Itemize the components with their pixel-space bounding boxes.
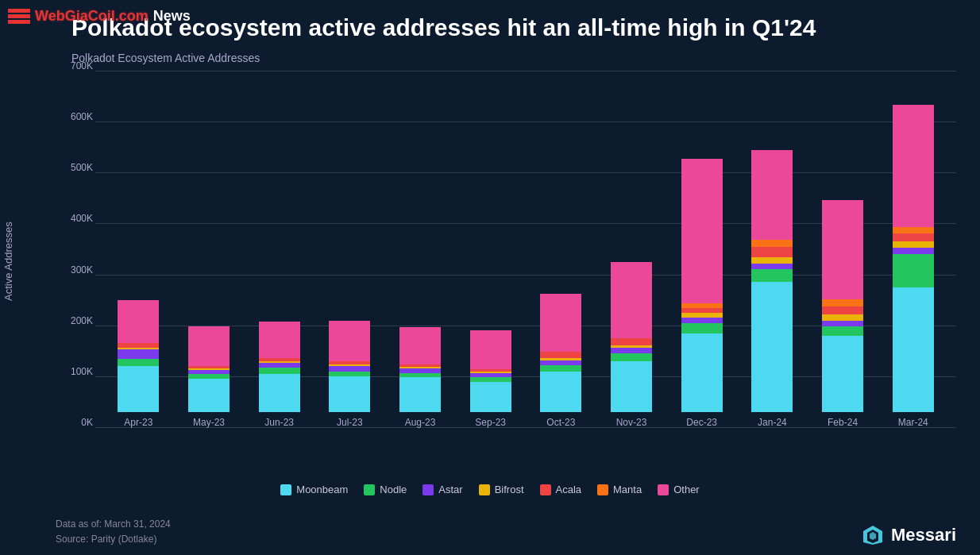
legend-item-nodle: Nodle xyxy=(364,484,407,495)
y-axis-tick: 300K xyxy=(57,264,93,276)
legend-label-other: Other xyxy=(673,484,700,495)
bar-segment-nodle xyxy=(118,359,159,367)
bar-group: Nov-23 xyxy=(596,71,667,428)
bar-group: Aug-23 xyxy=(385,71,456,428)
bars-area: Apr-23May-23Jun-23Jul-23Aug-23Sep-23Oct-… xyxy=(95,71,956,428)
legend-item-moonbeam: Moonbeam xyxy=(280,484,348,495)
x-axis-label: Aug-23 xyxy=(405,417,436,428)
watermark-text-red: WebGiaCoil.com xyxy=(35,8,149,25)
bar-segment-moonbeam xyxy=(329,376,370,412)
bar-segment-other xyxy=(188,326,230,365)
bar-segment-acala xyxy=(893,233,934,241)
x-axis-label: Jul-23 xyxy=(337,417,363,428)
bar-segment-moonbeam xyxy=(681,333,723,412)
y-axis-tick: 200K xyxy=(57,315,93,326)
bar-stack xyxy=(118,300,159,412)
legend-item-astar: Astar xyxy=(422,484,462,495)
legend-item-bifrost: Bifrost xyxy=(479,484,524,495)
chart-container: 0K100K200K300K400K500K600K700K Apr-23May… xyxy=(56,71,956,452)
bar-segment-other xyxy=(259,322,300,358)
bar-segment-astar xyxy=(822,321,863,327)
bar-segment-other xyxy=(399,327,441,364)
bar-segment-acala xyxy=(822,306,863,314)
bar-segment-moonbeam xyxy=(893,287,934,412)
messari-icon xyxy=(861,523,885,547)
bar-stack xyxy=(259,322,300,412)
bar-segment-nodle xyxy=(893,254,934,287)
x-axis-label: Feb-24 xyxy=(828,417,858,428)
bar-segment-other xyxy=(470,330,511,369)
bar-group: Dec-23 xyxy=(666,71,737,428)
legend-color-manta xyxy=(597,484,608,495)
bar-stack xyxy=(188,326,230,412)
bar-segment-other xyxy=(118,300,159,344)
footer: Data as of: March 31, 2024 Source: Parit… xyxy=(56,517,171,547)
bar-segment-moonbeam xyxy=(188,379,230,412)
bar-group: May-23 xyxy=(174,71,245,428)
bar-segment-moonbeam xyxy=(822,336,863,412)
bar-stack xyxy=(611,262,652,412)
x-axis-label: May-23 xyxy=(193,417,225,428)
bar-segment-bifrost xyxy=(893,241,934,248)
bar-stack xyxy=(399,327,441,412)
bar-stack xyxy=(822,200,863,412)
bar-stack xyxy=(751,150,793,412)
bar-segment-moonbeam xyxy=(751,282,793,412)
x-axis-label: Dec-23 xyxy=(686,417,717,428)
watermark-text-white: News xyxy=(153,8,191,25)
x-axis-label: Mar-24 xyxy=(898,417,928,428)
legend-color-acala xyxy=(540,484,551,495)
bar-segment-other xyxy=(893,105,934,227)
bar-segment-nodle xyxy=(822,326,863,336)
footer-line1: Data as of: March 31, 2024 xyxy=(56,517,171,532)
bar-stack xyxy=(893,105,934,412)
legend-color-other xyxy=(658,484,669,495)
bar-group: Feb-24 xyxy=(808,71,878,428)
legend-label-astar: Astar xyxy=(438,484,462,495)
bar-group: Jul-23 xyxy=(314,71,385,428)
bar-segment-moonbeam xyxy=(118,366,159,412)
messari-logo: Messari xyxy=(861,523,956,547)
legend-item-manta: Manta xyxy=(597,484,642,495)
bar-segment-nodle xyxy=(259,368,300,374)
x-axis-label: Oct-23 xyxy=(546,417,575,428)
bar-group: Jan-24 xyxy=(737,71,808,428)
bar-group: Mar-24 xyxy=(878,71,948,428)
bar-segment-other xyxy=(751,150,793,239)
bar-segment-moonbeam xyxy=(611,361,652,412)
x-axis-label: Sep-23 xyxy=(475,417,506,428)
legend-color-astar xyxy=(422,484,434,495)
x-axis-label: Jan-24 xyxy=(758,417,787,428)
watermark: WebGiaCoil.com News xyxy=(8,8,191,25)
y-axis-tick: 700K xyxy=(57,60,93,71)
footer-line2: Source: Parity (Dotlake) xyxy=(56,532,171,547)
legend-color-nodle xyxy=(364,484,375,495)
legend-item-acala: Acala xyxy=(540,484,582,495)
bar-segment-other xyxy=(540,294,581,353)
bar-segment-other xyxy=(822,200,863,299)
legend-label-bifrost: Bifrost xyxy=(495,484,524,495)
bar-stack xyxy=(329,321,370,412)
y-axis-tick: 400K xyxy=(57,213,93,224)
watermark-logo-icon xyxy=(8,9,30,24)
bar-stack xyxy=(470,330,511,412)
bar-stack xyxy=(540,294,581,412)
x-axis-label: Jun-23 xyxy=(264,417,294,428)
bar-stack xyxy=(681,159,723,412)
bar-segment-bifrost xyxy=(751,257,793,264)
bar-segment-manta xyxy=(893,227,934,233)
legend: MoonbeamNodleAstarBifrostAcalaMantaOther xyxy=(0,484,980,495)
bar-segment-moonbeam xyxy=(399,377,441,412)
bar-group: Oct-23 xyxy=(526,71,596,428)
bar-segment-nodle xyxy=(751,269,793,282)
bar-segment-astar xyxy=(611,348,652,354)
x-axis-label: Nov-23 xyxy=(616,417,647,428)
bar-segment-bifrost xyxy=(822,314,863,321)
x-axis-label: Apr-23 xyxy=(124,417,152,428)
bar-segment-manta xyxy=(751,240,793,248)
sub-title: Polkadot Ecosystem Active Addresses xyxy=(71,52,260,64)
bar-segment-astar xyxy=(118,349,159,359)
bar-group: Jun-23 xyxy=(244,71,314,428)
bar-segment-nodle xyxy=(540,365,581,372)
bar-segment-other xyxy=(681,159,723,304)
